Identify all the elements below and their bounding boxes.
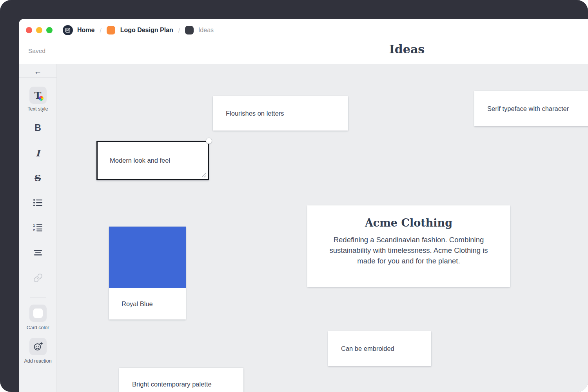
- board-title[interactable]: Ideas: [389, 42, 425, 56]
- svg-text:1: 1: [33, 223, 35, 227]
- breadcrumb-current-page: Ideas: [198, 27, 214, 34]
- align-center-button[interactable]: [19, 247, 57, 258]
- card-text: Modern look and feel: [110, 157, 170, 164]
- breadcrumb-separator: /: [178, 27, 180, 34]
- milanote-logo-icon[interactable]: [63, 25, 73, 35]
- app-frame: Home / Logo Design Plan / Ideas Saved Id…: [0, 0, 588, 392]
- link-button[interactable]: [19, 272, 57, 283]
- breadcrumb-home[interactable]: Home: [77, 27, 94, 34]
- save-status: Saved: [28, 47, 45, 54]
- align-center-icon: [33, 249, 43, 257]
- window-chrome-row: Home / Logo Design Plan / Ideas: [26, 25, 214, 35]
- svg-text:2: 2: [33, 228, 35, 232]
- resize-grip-icon[interactable]: [201, 172, 206, 178]
- card-text: Serif typeface with character: [487, 105, 569, 113]
- text-card[interactable]: Flourishes on letters: [213, 96, 348, 131]
- numbered-list-icon: 1 2: [33, 223, 43, 232]
- app-window: Home / Logo Design Plan / Ideas Saved Id…: [19, 19, 588, 392]
- card-color-button[interactable]: [29, 305, 47, 322]
- text-caret: [171, 156, 171, 165]
- card-text: Can be embroided: [341, 345, 394, 352]
- text-style-label: Text style: [19, 106, 57, 112]
- zoom-window-button[interactable]: [46, 27, 53, 33]
- board-icon[interactable]: [107, 26, 115, 34]
- link-icon: [33, 273, 43, 283]
- italic-button[interactable]: I: [19, 147, 57, 159]
- numbered-list-button[interactable]: 1 2: [19, 222, 57, 233]
- page-icon[interactable]: [185, 26, 194, 34]
- color-swatch-card[interactable]: Royal Blue: [109, 227, 186, 319]
- bullet-list-button[interactable]: [19, 197, 57, 208]
- bullet-list-icon: [33, 198, 43, 207]
- swatch-label: Royal Blue: [109, 288, 186, 319]
- format-toolbar: ← T Text style B I S 1: [19, 64, 57, 392]
- toolbar-divider: [19, 77, 57, 78]
- minimize-window-button[interactable]: [36, 27, 42, 33]
- text-card[interactable]: Bright contemporary palette: [119, 368, 243, 392]
- card-color-label: Card color: [19, 325, 57, 331]
- card-color-swatch-icon: [33, 309, 43, 318]
- color-wheel-icon: [39, 96, 44, 101]
- text-style-button[interactable]: T: [29, 87, 47, 104]
- card-text: Bright contemporary palette: [132, 381, 212, 388]
- note-title: Acme Clothing: [307, 205, 510, 229]
- traffic-lights: [26, 27, 53, 33]
- add-reaction-icon: [33, 341, 43, 352]
- board-canvas[interactable]: Flourishes on letters Serif typeface wit…: [57, 64, 588, 392]
- text-card[interactable]: Can be embroided: [328, 331, 431, 366]
- back-icon[interactable]: ←: [19, 66, 57, 76]
- text-card[interactable]: Serif typeface with character: [474, 91, 588, 126]
- add-reaction-label: Add reaction: [19, 358, 57, 364]
- strikethrough-button[interactable]: S: [19, 172, 57, 183]
- selection-handle[interactable]: [206, 138, 212, 144]
- text-card-selected-editing[interactable]: Modern look and feel: [96, 141, 209, 180]
- toolbar-divider: [30, 298, 46, 298]
- add-reaction-button[interactable]: [29, 338, 47, 355]
- header: Home / Logo Design Plan / Ideas Saved Id…: [19, 19, 588, 64]
- note-body: Redefining a Scandinavian fashion. Combi…: [320, 234, 497, 266]
- breadcrumb-separator: /: [100, 27, 101, 34]
- note-card[interactable]: Acme Clothing Redefining a Scandinavian …: [307, 205, 510, 287]
- breadcrumb-board[interactable]: Logo Design Plan: [120, 27, 173, 34]
- card-text: Flourishes on letters: [226, 110, 284, 117]
- color-swatch: [109, 227, 186, 288]
- bold-button[interactable]: B: [19, 122, 57, 134]
- close-window-button[interactable]: [26, 27, 32, 33]
